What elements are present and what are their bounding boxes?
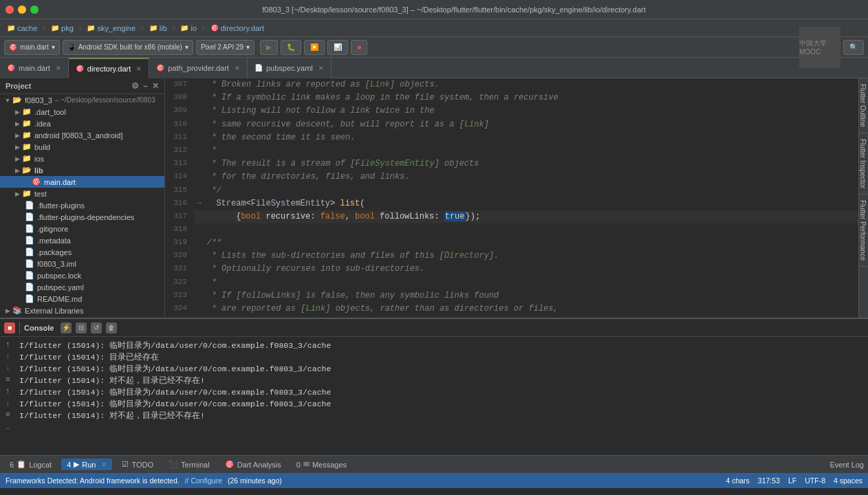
minimize-button[interactable] <box>18 6 26 14</box>
run-tab-dart-analysis[interactable]: 🎯 Dart Analysis <box>219 459 287 470</box>
line-number: 307 <box>165 78 194 91</box>
run-tab-terminal[interactable]: ⬛ Terminal <box>163 459 215 470</box>
tree-label: main.dart <box>44 178 76 186</box>
tree-item-external-libs[interactable]: ▶ 📚 External Libraries <box>0 305 164 316</box>
line-content: * for the directories, files, and links. <box>194 170 858 184</box>
tab-close-icon[interactable]: ✕ <box>235 65 240 72</box>
flutter-performance-tab[interactable]: Flutter Performance <box>859 195 868 267</box>
line-sep-info[interactable]: LF <box>788 476 796 485</box>
tree-item-lib[interactable]: ▶ 📂 lib <box>0 164 164 176</box>
tab-main-dart[interactable]: 🎯 main.dart ✕ <box>0 58 69 78</box>
breadcrumb-io[interactable]: 📁 io <box>177 23 199 34</box>
tree-item-idea[interactable]: ▶ 📁 .idea <box>0 118 164 129</box>
breadcrumb-directory-dart[interactable]: 🎯 directory.dart <box>208 23 267 34</box>
tree-item-main-dart[interactable]: 🎯 main.dart <box>0 176 164 188</box>
tree-item-f0803[interactable]: ▼ 📂 f0803_3 – ~/Desktop/lesson/source/f0… <box>0 94 164 106</box>
console-toolbar: ■ Console ⚡ ⊟ ↺ 🗑 <box>0 319 868 337</box>
console-fold-button[interactable]: ⊟ <box>76 322 87 333</box>
line-number: 322 <box>165 276 194 289</box>
code-line-315: 315 */ <box>165 184 858 197</box>
title-bar: f0803_3 [~/Desktop/lesson/source/f0803_3… <box>0 0 868 19</box>
line-number: 316 <box>165 197 194 210</box>
maximize-button[interactable] <box>30 6 39 14</box>
target-device-label: Pixel 2 API 29 <box>201 43 243 51</box>
indent-info[interactable]: 4 spaces <box>834 476 862 485</box>
run-config-dropdown[interactable]: 🎯 main.dart ▾ <box>4 40 60 55</box>
tree-item-flutter-plugins[interactable]: 📄 .flutter-plugins <box>0 199 164 211</box>
target-device-dropdown[interactable]: Pixel 2 API 29 ▾ <box>196 40 254 55</box>
tab-close-icon[interactable]: ✕ <box>318 65 324 72</box>
breadcrumb-label: directory.dart <box>221 24 264 32</box>
profile-button[interactable]: 📊 <box>327 40 348 55</box>
sidebar-gear-icon[interactable]: ✕ <box>152 81 159 91</box>
tab-close-icon[interactable]: ✕ <box>56 65 61 72</box>
tree-item-packages[interactable]: 📄 .packages <box>0 246 164 258</box>
search-everywhere-button[interactable]: 🔍 <box>843 40 864 55</box>
flutter-inspector-tab[interactable]: Flutter Inspector <box>859 133 868 195</box>
tree-item-pubspec-yaml[interactable]: 📄 pubspec.yaml <box>0 281 164 293</box>
tree-label: f0803_3 <box>25 96 52 104</box>
tree-item-dart-tool[interactable]: ▶ 📁 .dart_tool <box>0 106 164 118</box>
tree-item-pubspec-lock[interactable]: 📄 pubspec.lock <box>0 270 164 281</box>
line-number: 309 <box>165 104 194 118</box>
dart-file-icon: 🎯 <box>76 65 84 72</box>
position-info[interactable]: 317:53 <box>758 476 780 485</box>
breadcrumb-sky-engine[interactable]: 📁 sky_engine <box>84 23 138 34</box>
tree-note: – ~/Desktop/lesson/source/f0803 <box>55 96 155 104</box>
tab-pubspec-yaml[interactable]: 📄 pubspec.yaml ✕ <box>248 58 332 78</box>
tree-item-scratches[interactable]: ▶ 🖥 Scratches and Consoles <box>0 316 164 318</box>
console-more-indicator: … <box>3 421 865 432</box>
tree-label: .flutter-plugins-dependencies <box>37 213 134 221</box>
run-tab-logcat[interactable]: 6 📋 Logcat <box>4 459 57 470</box>
line-content: * <box>194 276 858 289</box>
run-tab-todo[interactable]: ☑ TODO <box>116 459 159 470</box>
console-lightning-button[interactable]: ⚡ <box>61 322 72 333</box>
breadcrumb-cache[interactable]: 📁 cache <box>4 23 40 34</box>
expand-arrow-icon: ▶ <box>3 307 12 314</box>
tab-path-provider[interactable]: 🎯 path_provider.dart ✕ <box>149 58 248 78</box>
run-tab-label: Dart Analysis <box>237 461 281 469</box>
tree-item-readme[interactable]: 📄 README.md <box>0 293 164 305</box>
tab-close-icon[interactable]: ✕ <box>101 461 107 468</box>
run-tab-messages[interactable]: 0 ✉ Messages <box>291 459 352 470</box>
close-button[interactable] <box>6 6 14 14</box>
console-clear-button[interactable]: 🗑 <box>106 322 117 333</box>
coverage-button[interactable]: ▶️ <box>304 40 325 55</box>
flutter-outline-tab[interactable]: Flutter Outline <box>859 78 868 133</box>
stop-process-button[interactable]: ■ <box>4 322 15 333</box>
stop-button[interactable]: ■ <box>351 40 367 55</box>
tree-item-iml[interactable]: 📄 f0803_3.iml <box>0 258 164 270</box>
breadcrumb-label: lib <box>160 24 167 32</box>
tree-item-android[interactable]: ▶ 📁 android [f0803_3_android] <box>0 129 164 141</box>
tree-label: f0803_3.iml <box>37 260 76 268</box>
tree-item-metadata[interactable]: 📄 .metadata <box>0 234 164 246</box>
breadcrumb-lib[interactable]: 📁 lib <box>147 23 170 34</box>
tab-label: main.dart <box>19 64 50 72</box>
run-button[interactable]: ▶ <box>260 40 278 55</box>
expand-arrow-icon: ▶ <box>12 167 22 174</box>
tree-item-gitignore[interactable]: 📄 .gitignore <box>0 223 164 234</box>
breadcrumb-pkg[interactable]: 📁 pkg <box>48 23 76 34</box>
tree-item-ios[interactable]: ▶ 📁 ios <box>0 153 164 164</box>
tab-directory-dart[interactable]: 🎯 directory.dart ✕ <box>69 58 149 78</box>
tree-item-flutter-plugins-dep[interactable]: 📄 .flutter-plugins-dependencies <box>0 211 164 223</box>
line-number: 323 <box>165 289 194 302</box>
line-content: * The result is a stream of [FileSystemE… <box>194 157 858 170</box>
tab-close-icon[interactable]: ✕ <box>136 65 142 72</box>
sidebar-minimize-icon[interactable]: – <box>143 81 148 91</box>
code-editor[interactable]: 307 * Broken links are reported as [Link… <box>165 78 858 318</box>
run-tab-run[interactable]: 4 ▶ Run ✕ <box>61 459 112 470</box>
tree-item-build[interactable]: ▶ 📁 build <box>0 141 164 153</box>
tree-item-test[interactable]: ▶ 📁 test <box>0 188 164 199</box>
editor-layout: Project ⚙ – ✕ ▼ 📂 f0803_3 – ~/Desktop/le… <box>0 78 868 318</box>
line-number: 321 <box>165 263 194 276</box>
configure-text[interactable]: // Configure <box>185 476 222 485</box>
device-icon: 📱 <box>67 43 76 51</box>
window-controls[interactable] <box>6 6 39 14</box>
encoding-info[interactable]: UTF-8 <box>805 476 825 485</box>
device-dropdown[interactable]: 📱 Android SDK built for x86 (mobile) ▾ <box>63 40 193 55</box>
sidebar-settings-icon[interactable]: ⚙ <box>131 81 139 91</box>
time-ago-text: (26 minutes ago) <box>228 476 282 485</box>
debug-button[interactable]: 🐛 <box>281 40 301 55</box>
console-refresh-button[interactable]: ↺ <box>91 322 102 333</box>
